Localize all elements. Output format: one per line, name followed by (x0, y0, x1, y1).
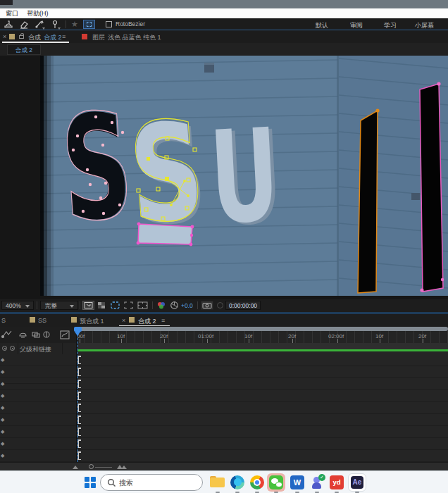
magnification-dropdown[interactable]: 400% (1, 301, 34, 310)
time-ruler[interactable]: 00f 10f 20f 01:00f 10f 20f 02:00f 10f 20… (76, 331, 448, 343)
exposure-value[interactable]: +0.0 (181, 302, 193, 309)
search-icon (107, 478, 116, 487)
layer-panel-title[interactable]: 图层 (92, 33, 105, 42)
background-window-strip (0, 0, 448, 8)
rotobezier-label: RotoBezier (116, 20, 145, 27)
tab-color-square (71, 317, 77, 323)
panel-color-square (9, 34, 15, 39)
menu-bar: 窗口 帮助(H) (0, 8, 448, 18)
panel-menu-icon[interactable]: ≡ (62, 33, 66, 40)
safe-frame-button[interactable] (137, 301, 149, 311)
edge-icon[interactable] (230, 475, 246, 491)
clone-stamp-tool-icon[interactable] (3, 20, 14, 29)
layer-panel-layer-name[interactable]: 浅色 品蓝色 纯色 1 (108, 33, 161, 42)
eye-icon[interactable] (2, 346, 7, 351)
search-placeholder: 搜索 (119, 478, 133, 488)
view-layout-button[interactable] (82, 301, 94, 310)
channel-rgb-button[interactable] (156, 301, 167, 311)
layer-row[interactable]: ◆ (0, 390, 448, 402)
playhead-line (77, 331, 78, 462)
layer-row[interactable]: ◆ (0, 450, 448, 462)
zoom-out-mountain-icon[interactable] (73, 466, 78, 469)
work-area-bar[interactable] (77, 343, 448, 349)
composition-image: S U S S U S S (0, 56, 448, 299)
ruler-label: 01:00f (198, 333, 213, 339)
active-tab-underline (119, 325, 170, 327)
tab-color-square (30, 317, 35, 323)
timeline-panel: S SS 预合成 1 × 合成 2 ≡ 00 (0, 314, 448, 470)
close-icon[interactable]: × (122, 317, 125, 324)
layer-row[interactable]: ◆ (0, 402, 448, 414)
exposure-aperture-icon[interactable] (170, 301, 179, 311)
timecode-display[interactable]: 0:00:00:00 (225, 301, 261, 310)
workspace-tab-small-screen[interactable]: 小屏幕 (415, 21, 434, 30)
corner-notch (0, 0, 13, 5)
timeline-tab-precomp1[interactable]: 预合成 1 (80, 317, 104, 326)
rotobezier-checkbox[interactable] (106, 21, 112, 27)
word-icon[interactable]: W (290, 475, 306, 491)
workspace-tab-learn[interactable]: 学习 (384, 21, 397, 30)
timeline-tab-bar: S SS 预合成 1 × 合成 2 ≡ (0, 314, 448, 327)
menu-help[interactable]: 帮助(H) (27, 8, 49, 18)
layer-row[interactable]: ◆ (0, 354, 448, 366)
letter-u: U (206, 101, 282, 253)
ruler-label: 02:00f (328, 333, 344, 339)
mask-visibility-button[interactable] (110, 301, 120, 311)
region-of-interest-button[interactable] (123, 301, 134, 311)
composition-viewport[interactable]: S U S S U S S (0, 56, 448, 299)
layer-color-square (82, 34, 87, 39)
playhead-handle[interactable] (74, 327, 82, 332)
viewer-tab-row: 合成 2 (0, 43, 448, 56)
youdao-icon[interactable]: yd (330, 475, 345, 491)
chrome-icon[interactable] (250, 475, 266, 491)
puppet-pin-tool-icon[interactable] (49, 20, 61, 29)
wechat-active-highlight[interactable] (267, 473, 285, 492)
layer-row[interactable]: ◆ (0, 426, 448, 438)
cached-frames-indicator (77, 349, 448, 351)
timeline-zoom-slider[interactable] (89, 464, 94, 469)
timeline-toggle-glyphs[interactable] (0, 327, 76, 343)
after-effects-active-box[interactable]: Ae (348, 473, 366, 492)
viewer-tab-comp2[interactable]: 合成 2 (7, 44, 41, 55)
teams-status-badge: ✓ (318, 474, 325, 481)
panel-menu-icon[interactable]: ≡ (161, 317, 165, 324)
layer-row[interactable]: ◆ (0, 366, 448, 378)
file-explorer-icon[interactable] (210, 475, 225, 490)
layer-row[interactable]: ◆ (0, 378, 448, 390)
timeline-tab-ss[interactable]: SS (38, 317, 46, 324)
star-icon: ★ (71, 20, 78, 29)
panel-tab-bar: × 合成 合成 2 ≡ 图层 浅色 品蓝色 纯色 1 (0, 31, 448, 43)
taskbar-search-box[interactable]: 搜索 (100, 474, 203, 491)
wechat-icon[interactable] (269, 475, 283, 489)
workspace-tab-default[interactable]: 默认 (316, 21, 328, 30)
snapshot-camera-icon[interactable] (201, 301, 213, 310)
windows-start-button[interactable] (85, 477, 96, 488)
selected-tool-highlight-icon[interactable] (83, 20, 95, 29)
partial-tab-label[interactable]: S (1, 317, 6, 324)
after-effects-icon[interactable]: Ae (351, 476, 363, 489)
roto-brush-tool-icon[interactable] (34, 20, 45, 29)
show-snapshot-icon[interactable] (216, 301, 225, 311)
teams-icon[interactable]: ✓ (310, 475, 325, 491)
audio-icon[interactable] (10, 346, 15, 351)
transparency-grid-button[interactable] (97, 301, 107, 311)
zoom-in-mountain-icon[interactable] (121, 466, 127, 469)
lock-icon[interactable] (19, 35, 24, 39)
viewport-control-bar: 400% 完整 +0.0 (0, 299, 448, 312)
layer-row[interactable]: ◆ (0, 414, 448, 426)
timeline-toggle-icons (0, 327, 76, 343)
menu-window[interactable]: 窗口 (6, 8, 18, 18)
mask-bar-orange (358, 108, 380, 293)
layer-row[interactable]: ◆ (0, 438, 448, 450)
timeline-zoom-bar (0, 462, 448, 470)
workspace-tab-review[interactable]: 审阅 (350, 21, 363, 30)
screen: 窗口 帮助(H) ★ RotoBezier 默认 审阅 学习 小屏幕 × (0, 0, 448, 493)
parent-link-column-header[interactable]: 父级和链接 (20, 345, 51, 354)
eraser-tool-icon[interactable] (18, 20, 30, 29)
close-icon[interactable]: × (3, 33, 6, 40)
resolution-dropdown[interactable]: 完整 (40, 301, 78, 310)
tab-color-square (129, 317, 135, 323)
zoom-slider-track[interactable] (95, 467, 112, 468)
toolbar: ★ RotoBezier 默认 审阅 学习 小屏幕 (0, 18, 448, 30)
windows-taskbar: 搜索 W ✓ yd Ae (0, 470, 448, 493)
